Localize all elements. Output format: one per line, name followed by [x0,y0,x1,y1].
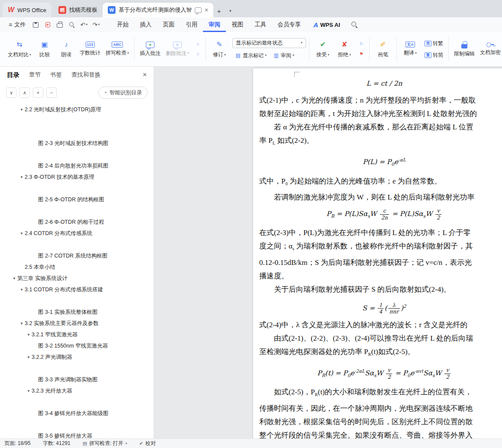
tab-home[interactable]: WWPS Office [3,3,51,17]
ribbon-compare-button[interactable]: ▣比较 [34,35,55,63]
ribbon-prev-comment-button[interactable]: ∧ [193,40,203,48]
toc-item[interactable]: 图 3-4 掺铒光纤放大器能级图 [0,408,154,419]
toc-expand-icon[interactable]: ▼ [11,277,17,280]
ribbon-tab-item[interactable]: 会员专享 [272,17,306,32]
toc-item[interactable]: 图 3-1 实验系统整体框图 [0,306,154,318]
status-item[interactable]: 字数: 41291 [43,440,71,447]
file-menu-label: 文件 [14,21,26,29]
toc-item[interactable]: ▼2.3 Φ-OTDR 技术的基本原理 [0,171,154,183]
convert-button-stack: 简转繁繁转简 [422,39,445,60]
status-item[interactable]: ▤拼写检查: 打开▾ [83,440,127,447]
ribbon-group: 文A翻译▾简转繁繁转简 [397,35,448,63]
ribbon-tab-item[interactable]: 插入 [134,17,157,32]
ribbon-track-changes-button[interactable]: ✎修订▾ [209,35,230,63]
ribbon-tab-item[interactable]: 页面 [157,17,180,32]
toc-item[interactable]: ▼3.2 实验系统主要元器件及参数 [0,318,154,329]
toc-expand-icon[interactable]: ▼ [19,108,25,112]
toc-expand-icon[interactable]: ▼ [26,355,32,359]
toc-item[interactable]: 图 2-7 COTDR 系统结构框图 [0,250,154,261]
markup-state-select[interactable]: 显示标记的最终状态▾ [232,38,306,48]
ribbon-accept-button[interactable]: ✔接受▾ [312,35,333,63]
toc-item[interactable]: 图 3-5 掺铒光纤放大器 [0,430,154,438]
toc-expand-icon[interactable]: ▼ [26,333,32,337]
ribbon-doc-encrypt-button[interactable]: 文档加密 [478,35,502,63]
tab-list-dropdown[interactable]: ▾ [225,4,236,17]
wps-ai-button[interactable]: A WPS AI [313,21,340,29]
toc-item[interactable]: ▼3.2.2 声光调制器 [0,351,154,363]
close-sidebar-button[interactable]: × [143,71,147,79]
ribbon-delete-comment-button[interactable]: ×删除批注▾ [164,35,191,63]
ribbon-review-pane-button[interactable]: ▥审阅▾ [270,51,296,61]
toc-item[interactable]: 图 3-2 1550nm 窄线宽激光器 [0,340,154,351]
toc-item[interactable]: ▼第三章 实验系统设计 [0,273,154,284]
toc-item-label: 3.2 实验系统主要元器件及参数 [25,320,99,327]
toc-item[interactable]: ▼2.4 COTDR 分布式传感系统 [0,228,154,239]
toc-item[interactable]: 图 3-3 声光调制器实物图 [0,374,154,385]
ribbon-tab-item[interactable]: 工具 [249,17,272,32]
sidebar-tab-item[interactable]: 章节 [29,71,41,79]
document-page[interactable]: L = ct / 2n式(2-1)中，c 为光的传播速度；n 为光纤整段的平均折… [253,68,502,438]
ribbon-insert-comment-button[interactable]: +插入批注 [138,35,163,63]
toc-item[interactable]: ▼3.2.3 光纤放大器 [0,385,154,396]
toc-item[interactable]: 图 2-4 后向散射光功率损耗图 [0,160,154,171]
toc-item[interactable]: ▼3.2.1 窄线宽激光器 [0,329,154,340]
toc-item-label: 第三章 实验系统设计 [17,275,68,282]
toc-item[interactable]: 2.5 本章小结 [0,261,154,273]
ribbon-tab-item[interactable]: 开始 [111,17,134,32]
sidebar-tab-active[interactable]: 目录 [7,71,19,79]
ribbon-show-markup-button[interactable]: ▤显示标记▾ [232,51,269,61]
ribbon-to-simp-button[interactable]: 繁转简 [422,50,445,60]
close-tab-icon[interactable]: × [205,7,208,13]
status-item[interactable]: 页面: 18/95 [4,440,31,447]
toc-collapse-up-button[interactable]: ∧ [19,87,30,98]
toc-item[interactable]: 图 2-6 Φ-OTDR 的相干过程 [0,216,154,228]
toc-collapse-all-button[interactable]: − [46,87,57,98]
ribbon-reject-button[interactable]: ✘拒绝▾ [334,35,355,63]
chevron-down-icon: ▾ [293,54,294,57]
file-menu-button[interactable]: ≡ 文件 [4,19,30,30]
ribbon-restrict-edit-button[interactable]: 限制编辑 [452,35,477,63]
ribbon-read-aloud-button[interactable]: ♪朗读 [56,35,77,63]
ribbon-tab-item[interactable]: 视图 [226,17,249,32]
ribbon-next-comment-button[interactable]: ∨ [193,50,203,58]
status-item[interactable]: ✔校对 [139,440,156,447]
toc-expand-icon[interactable]: ▼ [19,175,25,179]
ribbon-translate-button[interactable]: 文A翻译▾ [400,35,421,63]
save-button[interactable] [30,19,41,30]
ribbon-brush-button[interactable]: ✐画笔 [373,35,393,63]
sidebar-tab-item[interactable]: 查找和替换 [71,71,101,79]
ribbon-word-count-button[interactable]: 123字数统计 [77,35,103,63]
undo-icon: ↶ [80,21,86,28]
undo-button[interactable]: ↶▾ [78,19,90,30]
toc-item[interactable]: ▼3.1 COTDR 分布式传感系统搭建 [0,284,154,295]
toc-item[interactable]: 图 2-3 光时域反射技术结构图 [0,138,154,149]
toc-expand-icon[interactable]: ▼ [19,232,25,235]
toc-expand-all-button[interactable]: + [33,87,43,98]
sidebar-tab-item[interactable]: 书签 [50,71,62,79]
export-pdf-button[interactable]: P [42,19,53,30]
ribbon-to-trad-button[interactable]: 简转繁 [422,39,445,48]
ribbon-doc-compare-button[interactable]: ⇆文档对比▾ [6,35,33,63]
smart-toc-button[interactable]: ◔ 智能识别目录 [98,87,148,99]
print-button[interactable] [54,19,65,30]
search-button[interactable] [349,19,360,30]
toc-item[interactable]: 图 2-5 Φ-OTDR 的结构框图 [0,194,154,205]
toc-collapse-down-button[interactable]: ∨ [6,87,16,98]
toc-expand-icon[interactable]: ▼ [26,389,32,393]
tab-doc[interactable]: W基于分布式光纤测振的侵入智× [103,3,213,17]
ribbon-spell-check-button[interactable]: ABC拼写检查▾ [103,35,131,63]
ribbon-tab-item[interactable]: 引用 [180,17,203,32]
toc-expand-icon[interactable]: ▼ [19,322,25,326]
redo-button[interactable]: ↷▾ [90,19,102,30]
toc-expand-icon[interactable]: ▼ [19,288,25,292]
new-tab-button[interactable]: + [213,4,225,17]
ribbon-next-change-button[interactable]: ⚑ [357,50,366,58]
ribbon-tab-active[interactable]: 审阅 [203,17,226,32]
mini-button-stack: ⚐⚑ [357,40,366,58]
print-preview-button[interactable] [66,19,77,30]
comment-bubble-icon[interactable] [195,7,202,13]
tab-docer[interactable]: 稻找稿壳模板 [53,3,103,17]
ribbon-prev-change-button[interactable]: ⚐ [357,40,366,48]
print-preview-icon [69,22,75,28]
toc-item[interactable]: ▼2.2 光时域反射技术(OTDR)原理 [0,104,154,115]
